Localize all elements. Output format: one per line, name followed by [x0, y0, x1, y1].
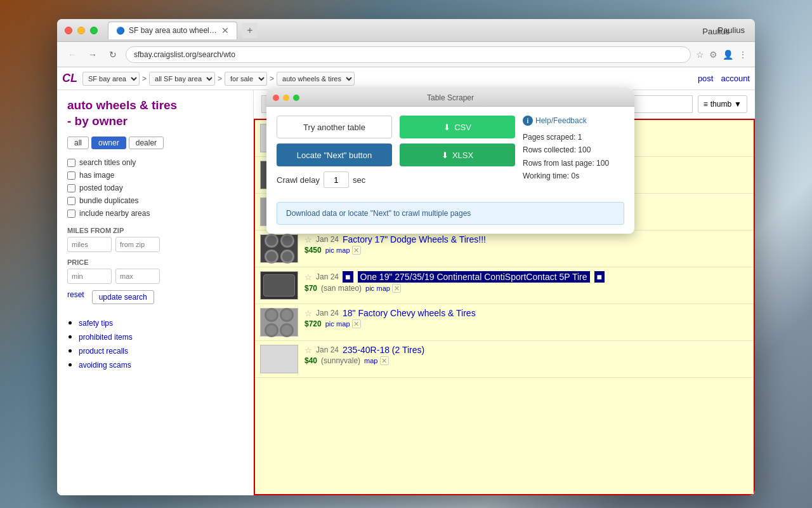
nav-arrow-1: >	[142, 74, 147, 83]
filter-all[interactable]: all	[67, 137, 89, 149]
menu-icon[interactable]: ⋮	[738, 50, 747, 60]
subarea-selector[interactable]: all SF bay area	[149, 72, 215, 86]
checkbox-posted-today[interactable]: posted today	[67, 184, 243, 192]
forward-button[interactable]: →	[85, 47, 100, 62]
price-max-input[interactable]	[115, 269, 160, 284]
minimize-button[interactable]	[77, 27, 85, 34]
map-link[interactable]: map	[336, 320, 350, 328]
account-link[interactable]: account	[721, 74, 750, 83]
listing-title-link[interactable]: 235-40R-18 (2 Tires)	[343, 345, 424, 355]
view-selector[interactable]: ≡ thumb ▼	[698, 95, 747, 113]
map-link[interactable]: map	[364, 357, 377, 364]
prohibited-items-link[interactable]: prohibited items	[79, 333, 133, 342]
crawl-delay-input[interactable]	[324, 171, 349, 188]
xlsx-label: XLSX	[452, 150, 473, 160]
try-another-table-button[interactable]: Try another table	[277, 116, 392, 138]
listing-title-link-highlighted[interactable]: One 19" 275/35/19 Continental ContiSport…	[358, 271, 590, 283]
product-recalls-link[interactable]: product recalls	[79, 347, 128, 356]
browser-tab[interactable]: 🔵 SF bay area auto wheels & tire... ✕	[108, 22, 237, 39]
back-button[interactable]: ←	[65, 47, 80, 62]
price-min-input[interactable]	[67, 269, 112, 284]
bookmark-icon[interactable]: ☆	[696, 50, 704, 60]
view-mode-label: thumb	[710, 100, 731, 109]
close-button[interactable]	[65, 27, 72, 34]
favorite-star-icon[interactable]: ☆	[304, 235, 312, 244]
url-bar[interactable]	[126, 46, 691, 63]
pic-link[interactable]: pic	[325, 320, 334, 328]
scraper-titlebar: Table Scraper	[266, 89, 634, 107]
highlight-marker-right: ■	[594, 271, 605, 283]
update-search-button[interactable]: update search	[92, 290, 154, 304]
filter-checkboxes: search titles only has image posted toda…	[67, 158, 243, 218]
pic-link[interactable]: pic	[325, 246, 334, 254]
zip-input[interactable]	[115, 237, 160, 252]
listing-location: (sunnyvale)	[321, 356, 360, 365]
sidebar-title: auto wheels & tires - by owner	[67, 98, 243, 129]
reset-button[interactable]: reset	[67, 290, 84, 304]
scraper-middle-column: ⬇ CSV ⬇ XLSX	[400, 116, 515, 188]
list-item: ☆ Jan 24 Factory 17" Dodge Wheels & Tire…	[255, 231, 754, 267]
scraper-maximize-button[interactable]	[293, 95, 299, 101]
category-selector[interactable]: for sale	[225, 72, 267, 86]
listing-price: $40	[304, 356, 317, 365]
cl-nav-links: post account	[698, 74, 750, 83]
filter-dealer[interactable]: dealer	[129, 137, 164, 149]
listing-info: ☆ Jan 24 18" Factory Chevy wheels & Tire…	[304, 308, 749, 328]
area-selector[interactable]: SF bay area	[82, 72, 140, 86]
scraper-minimize-button[interactable]	[283, 95, 289, 101]
download-note: Download data or locate "Next" to crawl …	[277, 202, 624, 225]
price-label: PRICE	[67, 258, 243, 266]
download-xlsx-button[interactable]: ⬇ XLSX	[400, 144, 515, 166]
listing-tags: pic map ✕	[325, 246, 361, 255]
hide-listing-button[interactable]: ✕	[352, 246, 361, 255]
scraper-close-button[interactable]	[273, 95, 279, 101]
extensions-icon[interactable]: ⚙	[709, 50, 717, 60]
listing-price-row: $40 (sunnyvale) map ✕	[304, 356, 749, 365]
maximize-button[interactable]	[90, 27, 98, 34]
miles-input[interactable]	[67, 237, 112, 252]
checkbox-has-image[interactable]: has image	[67, 171, 243, 180]
filter-owner[interactable]: owner	[91, 137, 126, 149]
listing-title-link[interactable]: 18" Factory Chevy wheels & Tires	[343, 308, 476, 318]
cl-logo: CL	[62, 72, 77, 85]
checkbox-nearby-areas[interactable]: include nearby areas	[67, 209, 243, 218]
checkbox-bundle-duplicates[interactable]: bundle duplicates	[67, 196, 243, 205]
help-feedback-link[interactable]: i Help/Feedback	[523, 116, 587, 126]
map-link[interactable]: map	[376, 284, 390, 292]
hide-listing-button[interactable]: ✕	[380, 356, 389, 365]
checkbox-search-titles[interactable]: search titles only	[67, 158, 243, 167]
scraper-download-note-area: Download data or locate "Next" to crawl …	[266, 202, 634, 234]
tab-bar: 🔵 SF bay area auto wheels & tire... ✕ +	[108, 22, 747, 39]
listing-info: ☆ Jan 24 235-40R-18 (2 Tires) $40 (sunny…	[304, 345, 749, 365]
post-link[interactable]: post	[698, 74, 714, 83]
map-link[interactable]: map	[336, 246, 350, 254]
hide-listing-button[interactable]: ✕	[392, 284, 401, 293]
user-avatar-icon[interactable]: 👤	[723, 50, 733, 60]
favorite-star-icon[interactable]: ☆	[304, 309, 312, 318]
avoiding-scams-link[interactable]: avoiding scams	[79, 361, 131, 370]
miles-from-zip-row	[67, 237, 243, 252]
listing-info: ☆ Jan 24 Factory 17" Dodge Wheels & Tire…	[304, 234, 749, 255]
scraper-title: Table Scraper	[427, 93, 474, 102]
listing-title-link[interactable]: Factory 17" Dodge Wheels & Tires!!!	[343, 234, 486, 244]
listing-tags: pic map ✕	[365, 284, 401, 293]
rows-collected-stat: Rows collected: 100	[523, 144, 609, 156]
listing-thumbnail	[260, 234, 298, 263]
download-csv-button[interactable]: ⬇ CSV	[400, 116, 515, 138]
pic-link[interactable]: pic	[365, 284, 374, 292]
new-tab-button[interactable]: +	[242, 23, 258, 38]
safety-tips-link[interactable]: safety tips	[79, 319, 113, 328]
listing-tags: map ✕	[364, 356, 389, 365]
locate-next-button[interactable]: Locate "Next" button	[277, 144, 392, 166]
tab-close-icon[interactable]: ✕	[221, 25, 229, 36]
title-bar: 🔵 SF bay area auto wheels & tire... ✕ + …	[57, 19, 755, 42]
favorite-star-icon[interactable]: ☆	[304, 272, 312, 282]
listing-date: Jan 24	[316, 235, 339, 244]
subcategory-selector[interactable]: auto wheels & tires	[277, 72, 355, 86]
favorite-star-icon[interactable]: ☆	[304, 345, 312, 355]
hide-listing-button[interactable]: ✕	[352, 319, 361, 328]
csv-label: CSV	[454, 123, 471, 132]
download-icon: ⬇	[442, 150, 449, 160]
cl-navigation: CL SF bay area > all SF bay area > for s…	[57, 67, 755, 90]
refresh-button[interactable]: ↻	[105, 47, 121, 62]
